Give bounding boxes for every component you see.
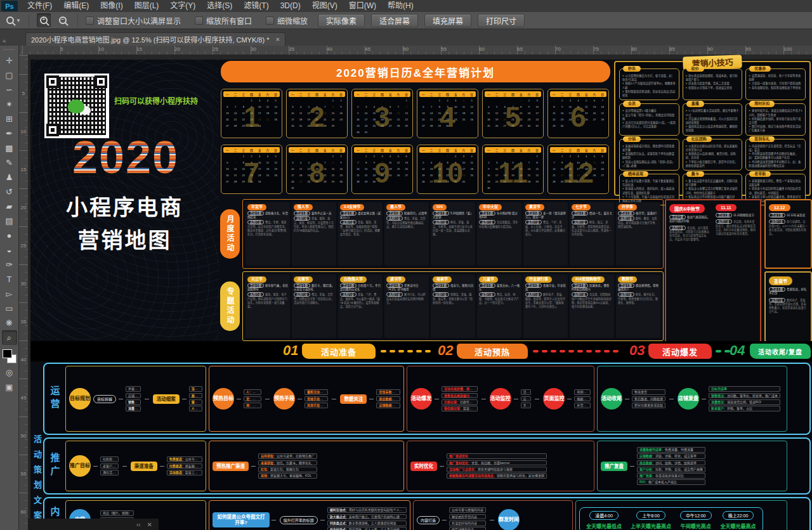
send-time-box: 凌晨4:00全天曝光最低点上午8:00上半天曝光最高点中午12:00午间曝光高点… bbox=[579, 507, 763, 530]
type-tool-icon[interactable]: T bbox=[2, 272, 17, 287]
history-brush-tool-icon[interactable]: ↺ bbox=[2, 184, 17, 199]
quick-mask-icon[interactable]: ◎ bbox=[2, 365, 17, 380]
holiday-card-title: 3.8女神节 bbox=[340, 204, 364, 210]
node-item: 流量数据完成率：免费流量、付费流量 bbox=[637, 447, 705, 453]
connector-line bbox=[490, 520, 494, 520]
holiday-card: 愚人节活动主题阳春四月，过清单适用行业食品、美妆、百货等，可结合品牌属性推出趣味… bbox=[384, 202, 429, 266]
eraser-tool-icon[interactable]: ▰ bbox=[2, 199, 17, 214]
status-icon[interactable]: ✕ bbox=[147, 521, 152, 528]
calendar-month: 一二三四五六日612345678910111213141516171819202… bbox=[547, 89, 609, 138]
holiday-theme: 活动主题感念恩师情，尊师最美的人 bbox=[618, 284, 658, 292]
menu-item[interactable]: 编辑(E) bbox=[58, 0, 95, 12]
document-canvas[interactable]: 扫码可以获得小程序扶持 2020 小程序电商 营销地图 2020营销日历&全年营… bbox=[28, 55, 812, 530]
calendar-days: 1234567891011121314151617181920212223242… bbox=[289, 153, 345, 191]
option-checkbox[interactable]: 调整窗口大小以满屏显示 bbox=[86, 15, 181, 26]
node-pill: 提升打开率的标题 bbox=[280, 516, 318, 524]
menu-item[interactable]: 视图(V) bbox=[306, 0, 343, 12]
node-items: 热销商品打标签根据转化情况及时调整页面商品补货商品库存明细 bbox=[574, 389, 591, 408]
holiday-theme: 活动主题收开学，装备好！ bbox=[618, 212, 658, 216]
options-button[interactable]: 实际像素 bbox=[318, 14, 365, 27]
node-group: 数据关注优惠券数据：领券数、用券数、核销率商品数据：浏览、加购率店铺数据：访问数… bbox=[340, 389, 400, 408]
zoom-tool-icon[interactable]: ⌕ bbox=[2, 330, 17, 345]
marquee-tool-icon[interactable]: ▢ bbox=[2, 68, 17, 82]
tip-card: 砍价» 砍价商品选择高感知、低成本款，吸引新老用户参与» 好友助力裂变传播，带来… bbox=[683, 68, 743, 100]
patch-tool-icon[interactable]: ▩ bbox=[2, 141, 17, 155]
node-item: 活动推广节点优化：优化关键时段投放与客群 bbox=[447, 467, 547, 472]
ruler-number: 5 bbox=[20, 91, 27, 96]
node-item: 商品（图片、视频） bbox=[100, 510, 134, 516]
tip-line: » 黄金时段开启，流成交高峰段适合不低于3小时，到顾客产生焦虑 bbox=[749, 109, 802, 117]
menu-item[interactable]: 图层(L) bbox=[129, 0, 165, 12]
calendar-month: 一二三四五六日312345678910111213141516171819202… bbox=[351, 89, 413, 138]
connector-line bbox=[182, 399, 187, 399]
timeline-caption: 午间曝光高点 bbox=[681, 522, 711, 529]
menu-item[interactable]: 选择(S) bbox=[201, 0, 238, 12]
magic-wand-tool-icon[interactable]: ✶ bbox=[2, 97, 17, 112]
dec12-box: 12.12活动主题12.12年末狂欢适用行业各行业通用，自历双11后，以12.1… bbox=[764, 199, 812, 269]
menu-item[interactable]: 窗口(W) bbox=[343, 0, 382, 12]
dodge-tool-icon[interactable]: ◒ bbox=[2, 243, 17, 257]
tip-line: » 折扣梯度逐步加码，更有助于延长用户成交习惯 bbox=[749, 117, 802, 125]
option-checkbox[interactable]: 缩放所有窗口 bbox=[195, 15, 252, 26]
connector-line bbox=[440, 466, 444, 467]
flow-cell: 内容打造公众号参与感强的内容种草式的干货内容有温度好玩的内容强互动性的内容群发时… bbox=[413, 500, 573, 530]
status-icon[interactable]: ‹‹ bbox=[136, 521, 141, 528]
node-group: 渠道准备免费渠道：公众号、社群、个人号付费渠道：朋友圈广告、KOL活动渠道：裂变… bbox=[131, 456, 202, 475]
options-button[interactable]: 填充屏幕 bbox=[424, 14, 471, 27]
calendar-weekday-row: 一二三四五六日 bbox=[550, 147, 606, 153]
tip-card: 直播» 5-7天前预告蓄水活动流程，建议不要晚于21点» 开品通过营销预热蓄量，… bbox=[683, 103, 743, 135]
screen-mode-icon[interactable]: ▣ bbox=[2, 380, 17, 394]
christmas-box: 圣诞节活动主题圣诞狂欢，好礼不打烊适用行业数码电子、美妆等，圣诞营销传递仪式感，… bbox=[764, 271, 812, 342]
crop-tool-icon[interactable]: ⊞ bbox=[2, 112, 17, 126]
path-select-tool-icon[interactable]: ▻ bbox=[2, 287, 17, 301]
zoom-in-button[interactable]: + bbox=[37, 13, 51, 27]
menu-item[interactable]: 文件(F) bbox=[22, 0, 58, 12]
options-button[interactable]: 适合屏幕 bbox=[371, 14, 418, 27]
holiday-industry: 适用行业美妆、服饰、珠宝、家居、鲜花等，可设置情人节专区，单身人群更需要自己，情… bbox=[294, 217, 334, 233]
zoom-tool-preset[interactable]: ▼ bbox=[6, 16, 21, 24]
node-circle: 店铺复盘 bbox=[678, 388, 699, 410]
lasso-tool-icon[interactable]: ∽ bbox=[2, 82, 17, 97]
pen-tool-icon[interactable]: ✑ bbox=[2, 257, 17, 272]
node-item: 主推商品流量及转化情况 bbox=[521, 403, 532, 408]
move-tool-icon[interactable]: ✛ bbox=[2, 53, 17, 68]
ruler-number: 70 bbox=[555, 46, 561, 52]
poster-title-line1: 小程序电商 bbox=[30, 190, 219, 221]
ruler-number: 30 bbox=[251, 46, 256, 52]
node-item: 人：执行排期、页面测试 bbox=[244, 389, 261, 395]
stage-dash bbox=[595, 350, 601, 352]
node-item: 物流发货 bbox=[632, 389, 665, 395]
menu-item[interactable]: 文字(Y) bbox=[164, 0, 201, 12]
node-item: 悬念好奇式：欲说还休，引人入胜，让人不自觉想点开 bbox=[327, 527, 407, 530]
close-icon[interactable]: × bbox=[275, 36, 279, 43]
document-tab[interactable]: 2020小程序电商营销地图.jpg @ 12.5% (扫码可以获得小程序扶持, … bbox=[25, 32, 285, 46]
stage-dash bbox=[407, 350, 413, 352]
options-button[interactable]: 打印尺寸 bbox=[478, 14, 525, 27]
tip-card: 秒杀» 以大促预估爆品为主打，吸引流量，如：秒杀/引流品» 搭配3-5个关联商品… bbox=[619, 68, 679, 100]
menu-item[interactable]: 滤镜(T) bbox=[238, 0, 274, 12]
tip-line: » 券有效期宜短，制造紧迫感促进下单转化 bbox=[749, 86, 802, 90]
brush-tool-icon[interactable]: ✎ bbox=[2, 155, 17, 170]
blur-tool-icon[interactable]: ● bbox=[2, 228, 17, 243]
menu-item[interactable]: 3D(D) bbox=[275, 0, 306, 12]
menu-item[interactable]: 图像(I) bbox=[95, 0, 128, 12]
node-pill: 内容打造 bbox=[417, 516, 440, 524]
calendar-weekday-row: 一二三四五六日 bbox=[550, 91, 606, 97]
shape-tool-icon[interactable]: ▭ bbox=[2, 301, 17, 316]
hand-tool-icon[interactable]: ❋ bbox=[2, 316, 17, 330]
zoom-out-button[interactable]: − bbox=[56, 13, 70, 27]
node-group: 预热目标人：执行排期、页面测试货：预热测试、热卖准备场：店铺活动页面、氛围预设 bbox=[213, 388, 261, 410]
color-swatches[interactable] bbox=[2, 347, 17, 364]
menu-item[interactable]: 帮助(H) bbox=[382, 0, 419, 12]
node-item: 活动渠道：裂变工具+拼团+砍价+优惠 bbox=[167, 470, 202, 475]
panel-collapse-icon[interactable]: « bbox=[3, 37, 6, 44]
tip-line: » 编排商品卖点以及话术预演前置，确保转化链路 bbox=[686, 125, 740, 132]
ruler-number: 40 bbox=[327, 46, 332, 52]
node-items: 复盘2019年活动效果店铺同比增长率销售目标：访客数×转化率×客单价流量目标：门… bbox=[126, 386, 141, 411]
tip-line: » 嵌入电子运费卡管理，专属于数发集销后互动总送 bbox=[622, 179, 676, 187]
gradient-tool-icon[interactable]: ▤ bbox=[2, 214, 17, 228]
option-checkbox[interactable]: 细微缩放 bbox=[266, 15, 308, 26]
node-item: 流量目标：门店+粉丝 bbox=[126, 406, 141, 411]
eyedropper-tool-icon[interactable]: ✒ bbox=[2, 126, 17, 141]
clone-stamp-tool-icon[interactable]: ♟ bbox=[2, 170, 17, 184]
